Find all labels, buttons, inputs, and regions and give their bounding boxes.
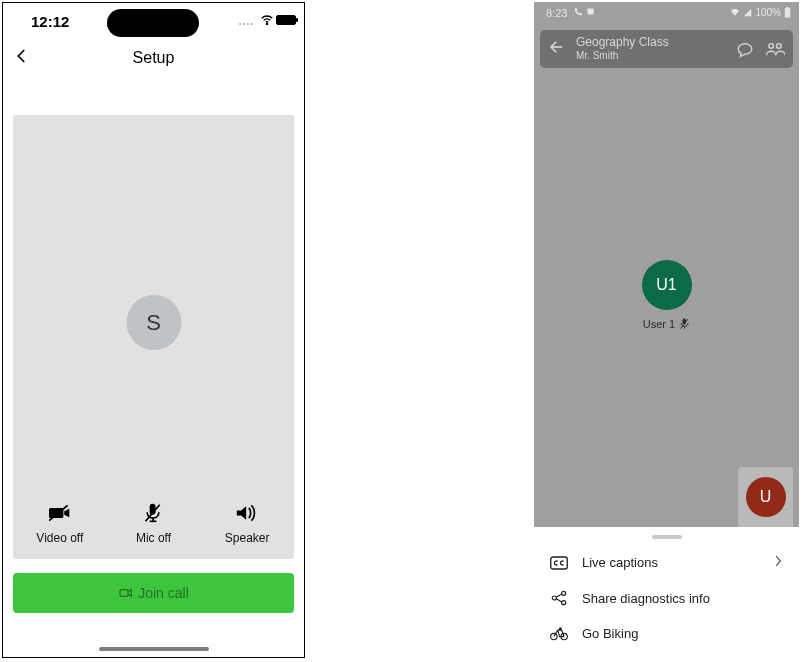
- speaker-icon: [207, 501, 287, 525]
- svg-point-17: [562, 591, 566, 595]
- dimmed-background[interactable]: 8:23 100% Geography Class Mr. Smith: [534, 2, 799, 527]
- video-preview: S Video off Mic off Speaker: [13, 115, 294, 559]
- video-toggle-label: Video off: [20, 531, 100, 545]
- svg-point-11: [777, 44, 782, 49]
- svg-point-10: [769, 44, 774, 49]
- status-icons-left: [574, 7, 595, 16]
- join-call-button[interactable]: Join call: [13, 573, 294, 613]
- svg-rect-15: [551, 557, 568, 569]
- mic-muted-icon: [679, 318, 690, 330]
- mic-off-icon: [113, 501, 193, 525]
- participants-button[interactable]: [765, 40, 785, 58]
- chat-button[interactable]: [735, 40, 755, 58]
- menu-go-biking[interactable]: Go Biking: [534, 616, 799, 651]
- join-call-label: Join call: [138, 585, 189, 601]
- svg-rect-9: [786, 7, 788, 8]
- dynamic-island: [107, 9, 199, 37]
- back-button[interactable]: [13, 47, 31, 69]
- signal-dots: ••••: [239, 19, 254, 28]
- back-button[interactable]: [548, 38, 566, 60]
- svg-line-20: [556, 599, 561, 602]
- battery-percent: 100%: [755, 7, 781, 18]
- android-phone-frame: 8:23 100% Geography Class Mr. Smith: [534, 2, 799, 658]
- status-time: 8:23: [546, 7, 567, 19]
- menu-live-captions[interactable]: Live captions: [534, 545, 799, 580]
- captions-icon: [550, 556, 568, 570]
- menu-label: Live captions: [582, 555, 759, 570]
- battery-icon: [276, 15, 296, 25]
- nav-bar: Setup: [3, 43, 304, 79]
- video-toggle[interactable]: Video off: [20, 501, 100, 545]
- speaker-toggle-label: Speaker: [207, 531, 287, 545]
- mic-toggle-label: Mic off: [113, 531, 193, 545]
- wifi-icon: [730, 8, 740, 17]
- notification-icon: [586, 7, 595, 16]
- status-time: 12:12: [31, 13, 69, 30]
- signal-icon: [743, 8, 752, 17]
- bottom-sheet: Live captions Share diagnostics info Go …: [534, 527, 799, 658]
- svg-line-19: [556, 594, 561, 597]
- wifi-icon: [260, 13, 274, 31]
- self-video-pip[interactable]: U: [738, 467, 793, 527]
- self-pip-avatar: U: [746, 477, 786, 517]
- phone-icon: [574, 7, 583, 16]
- call-header: Geography Class Mr. Smith: [540, 30, 793, 68]
- home-indicator[interactable]: [99, 647, 209, 651]
- participant-name: User 1: [643, 318, 675, 330]
- svg-point-0: [266, 24, 267, 25]
- participant-name-row: User 1: [643, 318, 690, 330]
- svg-rect-8: [785, 8, 791, 17]
- sheet-handle[interactable]: [652, 535, 682, 539]
- call-subtitle: Mr. Smith: [576, 50, 725, 62]
- chevron-right-icon: [773, 555, 783, 570]
- svg-rect-7: [588, 9, 594, 15]
- call-title: Geography Class: [576, 36, 725, 50]
- battery-icon: [784, 7, 791, 18]
- video-off-icon: [20, 501, 100, 525]
- participant-initials: U1: [656, 276, 676, 294]
- bike-icon: [550, 627, 568, 641]
- self-avatar: S: [126, 295, 181, 350]
- svg-point-23: [559, 627, 561, 629]
- speaker-toggle[interactable]: Speaker: [207, 501, 287, 545]
- media-controls: Video off Mic off Speaker: [13, 501, 294, 545]
- status-bar: 12:12 ••••: [3, 3, 304, 43]
- status-icons-right: 100%: [730, 7, 791, 18]
- svg-point-18: [562, 601, 566, 605]
- participant-tile[interactable]: U1 User 1: [534, 260, 799, 330]
- menu-diagnostics[interactable]: Share diagnostics info: [534, 580, 799, 616]
- status-bar: 8:23 100%: [534, 2, 799, 26]
- menu-label: Go Biking: [582, 626, 783, 641]
- page-title: Setup: [3, 43, 304, 67]
- menu-label: Share diagnostics info: [582, 591, 783, 606]
- self-avatar-initial: S: [146, 310, 161, 336]
- self-pip-initial: U: [760, 488, 772, 506]
- ios-phone-frame: 12:12 •••• Setup S Video off: [2, 2, 305, 658]
- svg-rect-6: [120, 590, 128, 597]
- participant-avatar: U1: [642, 260, 692, 310]
- mic-toggle[interactable]: Mic off: [113, 501, 193, 545]
- svg-point-16: [552, 596, 556, 600]
- share-icon: [550, 590, 568, 606]
- call-titles: Geography Class Mr. Smith: [576, 36, 725, 61]
